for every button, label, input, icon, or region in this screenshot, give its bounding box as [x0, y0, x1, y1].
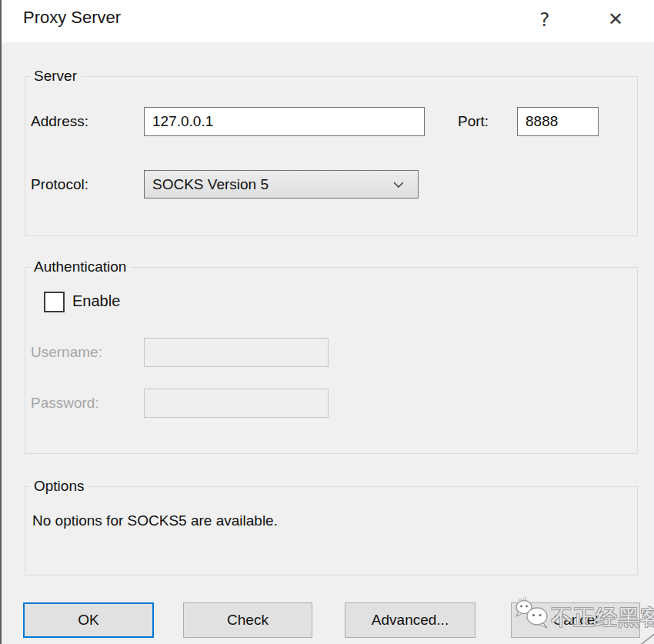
options-message: No options for SOCKS5 are available.: [32, 512, 278, 529]
username-input: [144, 338, 329, 367]
titlebar: Proxy Server ? ✕: [2, 0, 654, 42]
authentication-group: Authentication: [25, 259, 638, 454]
port-label: Port:: [458, 113, 489, 130]
close-icon: ✕: [608, 8, 623, 30]
options-group-legend: Options: [30, 478, 88, 495]
help-icon: ?: [539, 8, 549, 31]
address-input[interactable]: [144, 107, 425, 136]
cancel-button[interactable]: Cancel: [511, 602, 640, 638]
check-button[interactable]: Check: [183, 602, 312, 638]
ok-button[interactable]: OK: [23, 602, 154, 638]
server-group: Server: [25, 68, 638, 236]
enable-checkbox[interactable]: [44, 292, 65, 312]
address-label: Address:: [31, 113, 88, 130]
protocol-selected-value: SOCKS Version 5: [152, 176, 392, 193]
enable-checkbox-label[interactable]: Enable: [72, 292, 120, 310]
dialog-title: Proxy Server: [23, 8, 121, 28]
username-label: Username:: [31, 344, 102, 361]
protocol-select[interactable]: SOCKS Version 5: [144, 170, 419, 199]
help-button[interactable]: ?: [520, 0, 569, 38]
port-input[interactable]: [517, 107, 599, 136]
protocol-label: Protocol:: [31, 176, 88, 193]
server-group-legend: Server: [30, 68, 81, 85]
password-label: Password:: [31, 395, 99, 412]
chevron-down-icon: [392, 178, 405, 192]
password-input: [144, 389, 329, 418]
close-button[interactable]: ✕: [591, 0, 640, 38]
advanced-button[interactable]: Advanced...: [345, 602, 475, 638]
proxy-server-dialog: Proxy Server ? ✕ Server Address: Port: P…: [0, 0, 654, 644]
authentication-group-legend: Authentication: [30, 259, 130, 275]
